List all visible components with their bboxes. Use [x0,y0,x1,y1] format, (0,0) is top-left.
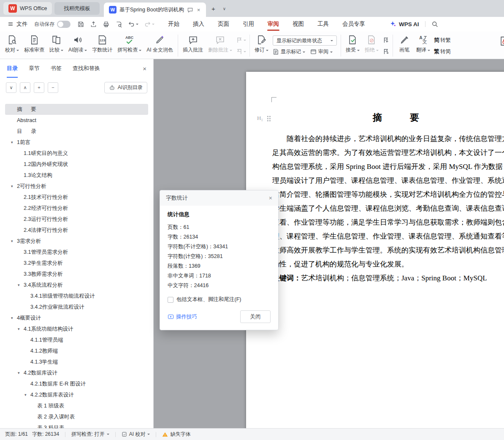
redo-caret-icon[interactable] [152,24,154,26]
menu-页面[interactable]: 页面 [211,17,236,31]
toc-item[interactable]: 表 3 科目表 [5,422,148,428]
toc-item[interactable]: 2.1技术可行性分析 [5,192,148,203]
print-preview-icon[interactable] [115,21,122,28]
toc-item[interactable]: 3.2学生需求分析 [5,258,148,269]
toc-item[interactable]: 4.1.3学生端 [5,356,148,367]
toc-item[interactable]: 4.1.2教师端 [5,345,148,356]
toc-item[interactable]: ▾4.1系统功能结构设计 [5,323,148,334]
tab-comment-icon[interactable] [187,7,193,13]
tab-docer-templates[interactable]: 找稻壳模板 [54,2,100,15]
ai-read-button[interactable]: AI朗读 [66,33,89,55]
dialog-close-icon[interactable]: × [269,195,272,201]
zoom-in-outline-button[interactable]: + [34,82,44,93]
sidebar-tab-chapters[interactable]: 章节 [29,59,40,78]
include-textbox-checkbox-row[interactable]: 包括文本框、脚注和尾注(F) [168,296,271,303]
toc-item[interactable]: 3.3教师需求分析 [5,269,148,280]
search-icon[interactable] [431,21,438,27]
tab-wps-home[interactable]: W WPS Office [3,2,52,15]
ai-recognize-toc-button[interactable]: AI识别目录 [104,82,147,93]
toc-item[interactable]: 4.1.1管理员端 [5,334,148,345]
toc-item[interactable]: ▾4概要设计 [5,312,148,323]
zoom-out-outline-button[interactable]: − [48,82,58,93]
sidebar-tab-find-replace[interactable]: 查找和替换 [73,59,100,78]
file-menu-button[interactable]: 文件 [5,20,30,28]
toc-item[interactable]: 3.4.1班级管理功能流程设计 [5,291,148,301]
toc-expand-arrow-icon[interactable]: ▾ [11,137,13,148]
toc-item[interactable]: ▾1前言 [5,137,148,148]
status-word-count[interactable]: 字数: 26134 [32,431,59,438]
compare-button[interactable]: 比较 [47,33,66,55]
menu-视图[interactable]: 视图 [286,17,311,31]
reject-button[interactable]: 拒绝 [362,33,381,55]
toc-item[interactable]: 目 录 [5,126,148,137]
collapse-all-button[interactable]: ∨ [6,82,16,93]
toc-item[interactable]: 表 1 班级表 [5,400,148,411]
toc-expand-arrow-icon[interactable]: ▾ [11,312,13,323]
toc-item[interactable]: 3.4.2作业审批流程设计 [5,301,148,312]
save-icon[interactable] [77,21,84,28]
pen-button[interactable]: 画笔 [395,33,414,55]
toc-item[interactable]: ▾3需求分析 [5,236,148,247]
menu-工具[interactable]: 工具 [311,17,336,31]
autosave-toggle[interactable] [57,21,70,28]
export-icon[interactable] [90,21,97,28]
wps-ai-menu[interactable]: WPS AI [390,21,419,27]
accept-button[interactable]: 接受 [343,33,362,55]
menu-开始[interactable]: 开始 [161,17,186,31]
toc-item[interactable]: 2.3运行可行性分析 [5,214,148,225]
toc-item[interactable]: 2.4法律可行性分析 [5,225,148,236]
menu-审阅[interactable]: 审阅 [261,17,286,31]
standard-review-button[interactable]: 标准审查 [22,33,47,55]
sidebar-tab-bookmarks[interactable]: 书签 [51,59,62,78]
ai-polish-button[interactable]: AI 全文润色 [144,33,176,55]
menu-插入[interactable]: 插入 [186,17,211,31]
dialog-close-button[interactable]: 关闭 [240,310,271,323]
toc-item[interactable]: 1.1研究目的与意义 [5,148,148,159]
previous-change-button[interactable] [381,35,390,45]
toc-item[interactable]: 2.2经济可行性分析 [5,203,148,214]
next-change-button[interactable] [381,47,390,56]
document-page[interactable]: H₁ 摘 要 随着社会的持续进步，艺术培训机构的业务日益复杂，传统信息管理方足其… [246,72,504,428]
toc-item[interactable]: ▾3.4系统流程分析 [5,280,148,291]
insert-comment-button[interactable]: 插入批注 [180,33,206,55]
previous-comment-button[interactable] [235,35,247,45]
translate-button[interactable]: A文 翻译 [414,33,433,55]
toc-item[interactable]: ▾4.2.2数据库表设计 [5,389,148,400]
simplified-to-traditional-button[interactable]: 简 转繁 [433,35,452,45]
word-count-button[interactable]: 123 字数统计 [89,33,115,55]
redo-icon[interactable] [144,21,154,28]
toc-expand-arrow-icon[interactable]: ▾ [18,280,20,291]
toc-item[interactable]: 4.2.1数据库 E-R 图设计 [5,378,148,389]
tab-document[interactable]: W 基于Spring Boot的培训机构 × [104,3,206,17]
spell-check-button[interactable]: ABC 拼写检查 [115,33,144,55]
toc-expand-arrow-icon[interactable]: ▾ [24,389,27,400]
print-icon[interactable] [103,21,110,28]
show-markup-button[interactable]: 显示标记 [273,48,305,55]
status-spellcheck[interactable]: 拼写检查: 打开 [71,431,109,438]
status-ai-proofread[interactable]: AI 校对 [122,431,150,438]
menu-会员专享[interactable]: 会员专享 [336,17,372,31]
restrict-edit-button-clipped[interactable] [495,35,504,48]
toc-item[interactable]: 表 2 录入课时表 [5,411,148,422]
include-textbox-checkbox[interactable] [168,297,173,303]
delete-comment-button[interactable]: 删除批注 [206,33,235,55]
tab-close-icon[interactable]: × [196,7,201,13]
traditional-to-simplified-button[interactable]: 繁 转简 [433,47,452,56]
new-tab-button[interactable]: + [208,3,219,14]
toc-item[interactable]: 1.2国内外研究现状 [5,159,148,170]
toc-expand-arrow-icon[interactable]: ▾ [18,367,20,378]
undo-caret-icon[interactable] [136,24,138,26]
proofread-button[interactable]: 校对 [3,33,22,55]
track-changes-button[interactable]: 修订 [252,33,271,55]
sidebar-tab-contents[interactable]: 目录 [7,59,18,78]
tab-list-chevron-icon[interactable]: ∨ [220,3,228,14]
menu-引用[interactable]: 引用 [236,17,261,31]
sidebar-close-icon[interactable]: × [143,65,146,72]
toc-item[interactable]: 3.1管理员需求分析 [5,247,148,258]
markup-state-select[interactable]: 显示标记的最终状态 [273,35,337,46]
toc-expand-arrow-icon[interactable]: ▾ [11,236,13,247]
toc-item[interactable]: 1.3论文结构 [5,170,148,181]
dialog-titlebar[interactable]: 字数统计 × [160,190,278,206]
toc-item[interactable]: 摘 要 [5,104,148,115]
review-pane-button[interactable]: 审阅 [310,48,333,55]
